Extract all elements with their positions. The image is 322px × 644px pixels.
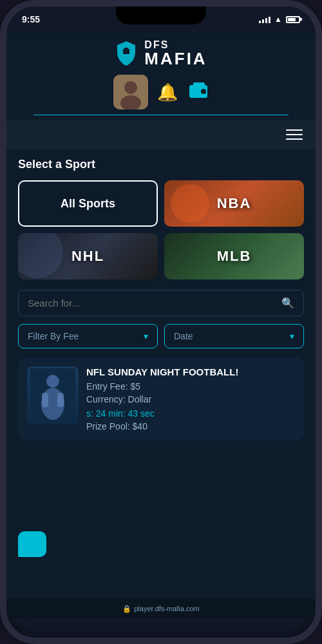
header: DFS MAFIA 🔔: [6, 32, 316, 120]
wallet-icon[interactable]: [188, 81, 209, 103]
sport-card-nba[interactable]: NBA: [164, 180, 304, 227]
url-text: player.dfs-mafia.com: [134, 605, 199, 612]
search-bar[interactable]: 🔍: [18, 290, 304, 316]
fee-filter-dropdown[interactable]: Filter By Fee ▾: [18, 324, 158, 348]
notification-bell-icon[interactable]: 🔔: [157, 82, 178, 102]
chat-bubble-icon[interactable]: [18, 531, 46, 557]
fee-chevron-icon: ▾: [144, 331, 148, 341]
logo-mafia: MAFIA: [144, 50, 207, 67]
svg-rect-12: [57, 393, 64, 407]
contest-card[interactable]: NFL SUNDAY NIGHT FOOTBALL! Entry Fee: $5…: [18, 357, 304, 440]
shield-icon: [115, 40, 138, 67]
search-input[interactable]: [28, 298, 281, 308]
contest-prize-pool: Prize Pool: $40: [86, 421, 295, 431]
mlb-label: MLB: [217, 248, 252, 265]
sport-card-mlb[interactable]: MLB: [164, 233, 304, 279]
contest-info: NFL SUNDAY NIGHT FOOTBALL! Entry Fee: $5…: [86, 366, 295, 431]
status-icons: ▲: [259, 15, 300, 24]
contest-currency: Currency: Dollar: [86, 394, 295, 404]
battery-icon: [286, 16, 300, 23]
bottom-bar: 🔒 player.dfs-mafia.com: [6, 599, 316, 618]
wallet-svg: [188, 81, 209, 99]
svg-rect-11: [42, 393, 48, 407]
user-section: 🔔: [113, 75, 209, 109]
nav-bar: [6, 120, 316, 149]
football-player-icon: [30, 368, 75, 423]
section-title: Select a Sport: [18, 158, 304, 171]
svg-rect-1: [124, 48, 128, 50]
screen-content: DFS MAFIA 🔔: [6, 32, 316, 618]
user-photo: [113, 75, 148, 109]
signal-icon: [259, 15, 270, 23]
sport-card-nhl[interactable]: NHL: [18, 233, 158, 279]
contest-thumbnail: [27, 366, 79, 424]
filter-row: Filter By Fee ▾ Date ▾: [18, 324, 304, 348]
svg-point-9: [46, 375, 59, 388]
sport-card-all-sports[interactable]: All Sports: [18, 180, 158, 227]
fee-filter-label: Filter By Fee: [28, 331, 79, 341]
svg-point-3: [124, 81, 137, 94]
nhl-bg-circle: [18, 233, 63, 278]
phone-frame: 9:55 ▲: [0, 0, 322, 644]
svg-rect-6: [193, 82, 205, 88]
header-divider: [33, 115, 289, 115]
user-icons: 🔔: [157, 81, 209, 103]
nba-label: NBA: [217, 195, 252, 212]
hamburger-menu[interactable]: [286, 129, 303, 140]
contest-timer: s: 24 min: 43 sec: [86, 408, 295, 419]
logo-text: DFS MAFIA: [144, 40, 207, 67]
avatar[interactable]: [113, 75, 148, 109]
avatar-image: [113, 75, 148, 109]
wifi-icon: ▲: [274, 15, 282, 24]
nhl-label: NHL: [71, 248, 104, 265]
date-filter-label: Date: [174, 331, 193, 341]
notch: [116, 6, 206, 24]
nba-bg-circle: [171, 184, 209, 223]
time: 9:55: [22, 14, 40, 24]
date-filter-dropdown[interactable]: Date ▾: [164, 324, 304, 348]
date-chevron-icon: ▾: [290, 331, 294, 341]
logo: DFS MAFIA: [115, 40, 207, 67]
contest-title: NFL SUNDAY NIGHT FOOTBALL!: [86, 366, 295, 377]
contest-entry-fee: Entry Fee: $5: [86, 381, 295, 392]
all-sports-label: All Sports: [61, 197, 115, 211]
sports-grid: All Sports NBA NHL MLB: [18, 180, 304, 279]
ssl-lock-icon: 🔒: [122, 605, 131, 613]
search-icon: 🔍: [281, 297, 294, 309]
main-content: Select a Sport All Sports NBA NHL: [6, 149, 316, 450]
svg-rect-7: [201, 89, 206, 94]
